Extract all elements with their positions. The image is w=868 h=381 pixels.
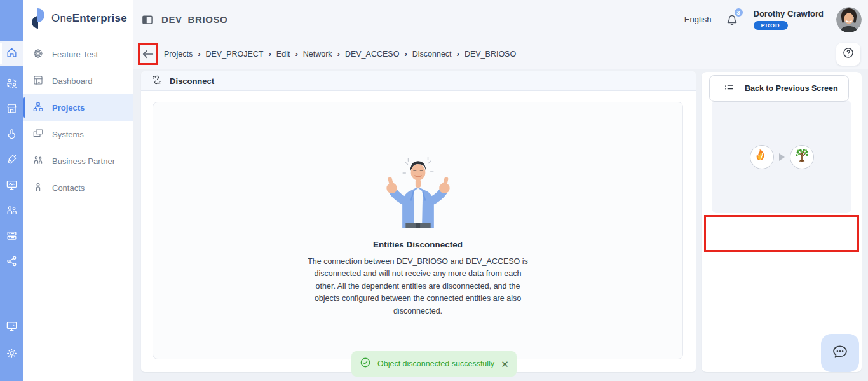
collaboration-icon xyxy=(6,77,18,92)
app-sidebar: OneEnterprise Feature Test Dashboard Pro… xyxy=(23,0,133,381)
back-to-previous-screen-button[interactable]: Back to Previous Screen xyxy=(709,75,849,102)
dashboard-icon xyxy=(32,74,44,88)
chat-bubble-icon xyxy=(831,343,849,363)
rail-item-home[interactable] xyxy=(0,41,23,66)
business-partners-icon xyxy=(6,204,18,219)
tap-icon xyxy=(6,128,18,142)
chat-button[interactable] xyxy=(821,334,859,372)
contacts-icon xyxy=(32,181,44,195)
arrow-right-icon xyxy=(779,153,785,161)
network-preview xyxy=(712,100,851,213)
breadcrumb-item[interactable]: Network xyxy=(303,49,345,59)
rail-item-monitor-activity[interactable] xyxy=(0,173,23,198)
sidebar-item-label: Dashboard xyxy=(52,76,93,86)
brand-name: OneEnterprise xyxy=(51,12,127,25)
breadcrumb-item[interactable]: Projects xyxy=(164,49,206,59)
rail-item-collaboration[interactable] xyxy=(0,71,23,97)
result-title: Entities Disconnected xyxy=(373,240,463,249)
thumbs-up-person-illustration xyxy=(375,155,461,228)
systems-icon xyxy=(32,128,44,141)
tree-logo-icon xyxy=(794,148,810,167)
breadcrumb-item[interactable]: DEV_ACCESO xyxy=(345,49,412,59)
sidebar-item-label: Contacts xyxy=(52,183,85,193)
panel-toggle-icon[interactable] xyxy=(141,13,154,26)
projects-icon xyxy=(32,101,44,114)
sidebar-item-contacts[interactable]: Contacts xyxy=(23,174,133,201)
notifications-bell[interactable]: 3 xyxy=(724,11,741,28)
brand-logo[interactable]: OneEnterprise xyxy=(32,8,127,29)
question-icon xyxy=(842,46,855,62)
paint-brush-icon xyxy=(6,153,18,168)
sidebar-item-label: Systems xyxy=(52,130,84,139)
rail-item-share[interactable] xyxy=(0,249,23,275)
left-rail xyxy=(0,0,23,381)
sidebar-item-label: Business Partner xyxy=(52,156,115,166)
toast-message: Object disconnected successfully xyxy=(377,359,494,368)
annotation-highlight-back xyxy=(138,43,158,65)
sidebar-item-label: Feature Test xyxy=(52,50,98,59)
page-title: DEV_BRIOSO xyxy=(161,14,227,25)
gear-icon xyxy=(6,347,18,362)
back-arrow-button[interactable] xyxy=(141,47,155,61)
annotation-highlight-back-screen xyxy=(704,215,859,252)
panel-title: Disconnect xyxy=(170,76,214,86)
broken-link-icon xyxy=(151,74,162,88)
breadcrumb-item[interactable]: DEV_BRIOSO xyxy=(465,50,516,59)
sidebar-item-business-partner[interactable]: Business Partner xyxy=(23,148,133,174)
rail-item-paint-brush[interactable] xyxy=(0,148,23,173)
breadcrumb-row: Projects DEV_PROJECT Edit Network DEV_AC… xyxy=(133,39,868,69)
monitor-activity-icon xyxy=(6,179,18,193)
toast-close-icon[interactable]: ✕ xyxy=(501,359,509,369)
brand-logo-icon xyxy=(32,8,48,29)
breadcrumb-item[interactable]: Edit xyxy=(276,49,303,59)
rail-item-server-stack[interactable] xyxy=(0,224,23,249)
help-button[interactable] xyxy=(836,43,860,66)
flame-logo-icon xyxy=(754,148,770,167)
list-icon xyxy=(724,82,735,95)
business-partner-icon xyxy=(32,155,44,168)
language-selector[interactable]: English xyxy=(684,15,712,24)
network-node-source[interactable] xyxy=(750,145,774,169)
check-circle-icon xyxy=(360,357,371,371)
result-description: The connection between DEV_BRIOSO and DE… xyxy=(306,256,530,317)
sidebar-item-systems[interactable]: Systems xyxy=(23,121,133,148)
breadcrumb-item[interactable]: DEV_PROJECT xyxy=(206,49,276,59)
sidebar-menu: Feature Test Dashboard Projects Systems … xyxy=(23,41,133,201)
rail-item-settings[interactable] xyxy=(0,342,23,367)
share-icon xyxy=(6,255,18,270)
top-header: DEV_BRIOSO English 3 Dorothy Crawford PR… xyxy=(133,0,868,39)
home-icon xyxy=(6,46,18,61)
bell-icon xyxy=(724,18,740,29)
environment-badge: PROD xyxy=(754,21,788,30)
rail-item-screen-apps[interactable] xyxy=(0,314,23,340)
avatar[interactable] xyxy=(836,7,862,32)
rail-item-business-partners[interactable] xyxy=(0,198,23,224)
feature-test-icon xyxy=(32,48,44,61)
server-stack-icon xyxy=(6,230,18,244)
disconnect-panel-header: Disconnect xyxy=(141,71,696,91)
user-name: Dorothy Crawford xyxy=(754,9,824,18)
network-node-target[interactable] xyxy=(790,145,814,169)
main-panel: Disconnect xyxy=(141,71,696,372)
user-block[interactable]: Dorothy Crawford PROD xyxy=(754,9,824,30)
rail-item-tap[interactable] xyxy=(0,122,23,148)
network-panel: Network Back to Previous Screen xyxy=(702,72,862,372)
success-toast: Object disconnected successfully ✕ xyxy=(351,351,517,377)
breadcrumb: Projects DEV_PROJECT Edit Network DEV_AC… xyxy=(164,39,516,69)
back-to-previous-screen-label: Back to Previous Screen xyxy=(745,84,838,93)
notification-badge: 3 xyxy=(733,7,744,18)
sidebar-item-dashboard[interactable]: Dashboard xyxy=(23,67,133,94)
screen-apps-icon xyxy=(6,320,18,335)
sidebar-item-label: Projects xyxy=(52,103,85,113)
sidebar-item-projects[interactable]: Projects xyxy=(23,94,133,121)
sidebar-item-feature-test[interactable]: Feature Test xyxy=(23,41,133,67)
store-icon xyxy=(6,102,18,117)
rail-item-store[interactable] xyxy=(0,97,23,122)
result-card: Entities Disconnected The connection bet… xyxy=(153,102,683,359)
breadcrumb-item[interactable]: Disconnect xyxy=(412,49,465,59)
